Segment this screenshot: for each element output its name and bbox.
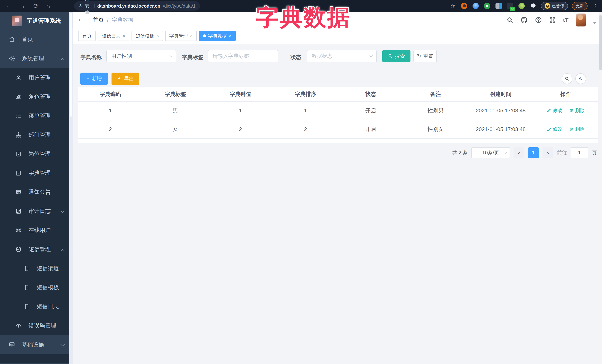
tab-sms-template[interactable]: 短信模板× bbox=[131, 31, 163, 41]
reload-icon[interactable]: ⟳ bbox=[33, 2, 39, 10]
phone-icon bbox=[23, 303, 30, 310]
sidebar-item-role-mgmt[interactable]: 角色管理 bbox=[0, 87, 72, 106]
tab-dict-data[interactable]: 字典数据× bbox=[199, 31, 236, 41]
extension-green-check-icon[interactable] bbox=[484, 2, 491, 10]
table-header-row: 字典编码 字典标签 字典键值 字典排序 状态 备注 创建时间 操作 bbox=[78, 87, 598, 102]
table-row[interactable]: 2 女 2 2 开启 性别女 2021-01-05 17:03:48 修改 删除 bbox=[78, 120, 598, 138]
extension-leaf-icon[interactable] bbox=[518, 2, 525, 10]
tab-dict-mgmt[interactable]: 字典管理× bbox=[165, 31, 197, 41]
url-path: /dict/type/data/1 bbox=[163, 3, 196, 9]
plus-icon: + bbox=[86, 76, 89, 82]
expand-caret-icon bbox=[61, 209, 65, 213]
dict-name-select[interactable]: 用户性别 bbox=[106, 50, 176, 62]
sidebar-item-home[interactable]: 首页 bbox=[0, 30, 72, 49]
address-bar[interactable]: ⚠ 不安全 dashboard.yudao.iocoder.cn /dict/t… bbox=[74, 1, 200, 10]
security-label[interactable]: 不安全 bbox=[85, 0, 92, 15]
github-icon[interactable] bbox=[520, 16, 528, 24]
collapse-sidebar-icon[interactable] bbox=[78, 16, 86, 24]
delete-button[interactable]: 删除 bbox=[569, 126, 585, 132]
delete-button[interactable]: 删除 bbox=[569, 107, 585, 114]
reset-button[interactable]: ↻ 重置 bbox=[413, 50, 437, 62]
dict-tag-label: 字典标签 bbox=[182, 54, 203, 61]
sidebar-scrollbar[interactable] bbox=[69, 12, 73, 364]
dict-tag-input[interactable]: 请输入字典标签 bbox=[208, 50, 278, 62]
app-logo bbox=[12, 16, 22, 26]
search-icon[interactable] bbox=[506, 16, 514, 23]
close-icon[interactable]: × bbox=[123, 33, 125, 39]
next-page-button[interactable]: › bbox=[543, 147, 553, 158]
app-logo-row[interactable]: 芋道管理系统 bbox=[0, 12, 72, 30]
menu-list-icon bbox=[15, 113, 22, 119]
phone-icon bbox=[23, 284, 30, 291]
extension-translate-icon[interactable] bbox=[495, 2, 502, 10]
goto-page-input[interactable]: 1 bbox=[571, 147, 588, 158]
breadcrumb-home[interactable]: 首页 bbox=[93, 16, 104, 24]
monitor-icon bbox=[8, 342, 16, 348]
back-icon[interactable]: ← bbox=[5, 2, 11, 10]
edit-button[interactable]: 修改 bbox=[547, 107, 562, 114]
code-icon bbox=[15, 322, 22, 329]
prev-page-button[interactable]: ‹ bbox=[514, 147, 524, 158]
online-users-icon bbox=[15, 227, 22, 233]
main-scrollbar[interactable] bbox=[599, 12, 602, 364]
sidebar-item-menu-mgmt[interactable]: 菜单管理 bbox=[0, 106, 72, 125]
toggle-search-button[interactable] bbox=[562, 73, 572, 84]
page-size-select[interactable]: 10条/页 bbox=[472, 147, 510, 158]
help-icon[interactable] bbox=[535, 16, 542, 23]
app-title: 芋道管理系统 bbox=[27, 17, 61, 25]
sidebar-item-system[interactable]: 系统管理 bbox=[0, 49, 72, 68]
phone-icon bbox=[23, 265, 30, 272]
tab-sms-log[interactable]: 短信日志× bbox=[98, 31, 129, 41]
search-button[interactable]: 搜索 bbox=[382, 50, 410, 62]
sidebar-item-dept-mgmt[interactable]: 部门管理 bbox=[0, 125, 72, 145]
profile-emoji-avatar bbox=[545, 3, 550, 9]
sidebar-item-sms-mgmt[interactable]: 短信管理 bbox=[0, 240, 72, 259]
close-icon[interactable]: × bbox=[156, 33, 159, 39]
page-unit-label: 页 bbox=[592, 149, 597, 156]
chrome-menu-dots-icon[interactable]: ⋮ bbox=[592, 2, 599, 10]
user-avatar[interactable] bbox=[576, 13, 586, 26]
status-select[interactable]: 数据状态 bbox=[307, 50, 377, 62]
sidebar-item-sms-channel[interactable]: 短信渠道 bbox=[0, 259, 72, 278]
sidebar-item-infrastructure[interactable]: 基础设施 bbox=[0, 335, 72, 354]
sidebar-item-online-users[interactable]: 在线用户 bbox=[0, 221, 72, 240]
expand-caret-icon bbox=[61, 342, 65, 347]
sidebar-item-sms-template[interactable]: 短信模板 bbox=[0, 278, 72, 297]
refresh-table-button[interactable]: ↻ bbox=[575, 73, 586, 84]
extension-switch-icon[interactable]: on bbox=[506, 2, 514, 10]
extension-orange-icon[interactable] bbox=[461, 2, 468, 10]
sidebar-item-dict-mgmt[interactable]: 字典管理 bbox=[0, 164, 72, 183]
font-size-icon[interactable]: tT bbox=[563, 17, 569, 23]
tab-home[interactable]: 首页 bbox=[78, 31, 96, 41]
extensions-puzzle-icon[interactable] bbox=[529, 2, 537, 10]
close-icon[interactable]: × bbox=[190, 33, 193, 39]
page-number-button[interactable]: 1 bbox=[528, 147, 539, 158]
chevron-down-icon bbox=[369, 54, 373, 57]
user-icon bbox=[15, 75, 22, 81]
close-icon[interactable]: × bbox=[229, 33, 232, 39]
edit-button[interactable]: 修改 bbox=[547, 126, 562, 132]
fullscreen-icon[interactable] bbox=[549, 16, 556, 23]
sidebar-item-sms-log[interactable]: 短信日志 bbox=[0, 297, 72, 316]
update-browser-button[interactable]: 更新 bbox=[572, 2, 588, 10]
forward-icon[interactable]: → bbox=[19, 2, 26, 10]
extension-blue-icon[interactable] bbox=[472, 2, 479, 10]
home-icon[interactable]: ⌂ bbox=[46, 2, 50, 10]
profile-paused-badge[interactable]: 已暂停 bbox=[541, 2, 568, 10]
sidebar-item-error-code[interactable]: 错误码管理 bbox=[0, 316, 72, 335]
export-button[interactable]: 导出 bbox=[111, 73, 139, 85]
breadcrumb-current: 字典数据 bbox=[112, 16, 133, 24]
add-button[interactable]: + 新增 bbox=[80, 73, 108, 85]
dict-name-label: 字典名称 bbox=[80, 54, 102, 61]
id-badge-icon bbox=[15, 151, 22, 157]
collapse-caret-icon bbox=[61, 249, 65, 253]
breadcrumb-separator: / bbox=[107, 17, 108, 23]
sidebar-item-audit-log[interactable]: 审计日志 bbox=[0, 202, 72, 221]
user-menu-caret-icon[interactable] bbox=[593, 22, 596, 24]
bookmark-star-icon[interactable]: ☆ bbox=[449, 2, 456, 10]
table-row[interactable]: 1 男 1 1 开启 性别男 2021-01-05 17:03:48 修改 删除 bbox=[78, 102, 598, 120]
sidebar-item-notice[interactable]: 通知公告 bbox=[0, 183, 72, 202]
sidebar-item-post-mgmt[interactable]: 岗位管理 bbox=[0, 145, 72, 164]
sidebar-item-user-mgmt[interactable]: 用户管理 bbox=[0, 68, 72, 87]
pagination: 共 2 条 10条/页 ‹ 1 › 前往 1 页 bbox=[452, 146, 597, 159]
